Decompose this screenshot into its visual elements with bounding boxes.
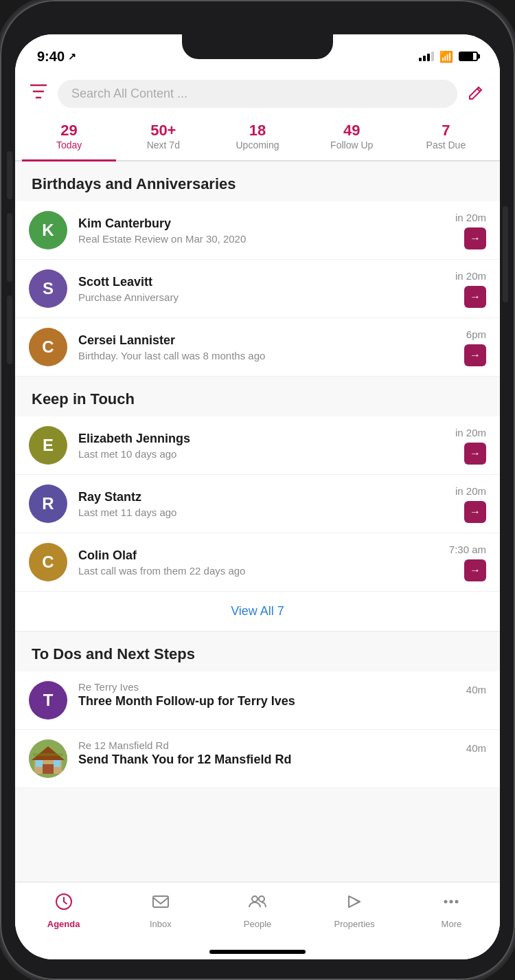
contact-info: Kim Canterbury Real Estate Review on Mar… — [78, 216, 444, 245]
contact-name: Cersei Lannister — [78, 333, 453, 348]
tab-inbox[interactable]: Inbox — [112, 889, 209, 932]
tab-upcoming-count: 18 — [213, 122, 301, 140]
view-all-link[interactable]: View All 7 — [15, 592, 500, 632]
contact-info: Ray Stantz Last met 11 days ago — [78, 490, 444, 518]
contact-name: Scott Leavitt — [78, 275, 444, 289]
tab-inbox-label: Inbox — [150, 919, 172, 929]
avatar: C — [29, 543, 67, 581]
avatar: K — [29, 211, 67, 249]
tab-today[interactable]: 29 Today — [22, 115, 116, 160]
contact-name: Colin Olaf — [78, 548, 438, 563]
time-display: 9:40 — [37, 49, 65, 65]
re-label: Re — [78, 739, 91, 751]
contact-info: Scott Leavitt Purchase Anniversary — [78, 275, 444, 303]
todo-title: Three Month Follow-up for Terry Ives — [78, 694, 455, 709]
tab-agenda[interactable]: Agenda — [15, 889, 112, 932]
list-item[interactable]: C Cersei Lannister Birthday. Your last c… — [15, 318, 500, 377]
avatar: T — [29, 681, 67, 720]
svg-rect-5 — [54, 760, 60, 767]
contact-meta: in 20m → — [455, 485, 486, 523]
arrow-button[interactable]: → — [464, 286, 486, 308]
svg-rect-8 — [153, 896, 168, 907]
avatar: S — [29, 269, 67, 308]
avatar: R — [29, 485, 67, 523]
status-icons: 📶 — [419, 50, 478, 63]
todo-title: Send Thank You for 12 Mansfield Rd — [78, 753, 455, 767]
tab-followup[interactable]: 49 Follow Up — [305, 115, 399, 160]
contact-sub: Real Estate Review on Mar 30, 2020 — [78, 233, 444, 245]
arrow-button[interactable]: → — [464, 344, 486, 366]
tab-pastdue-label: Past Due — [402, 140, 490, 151]
signal-icon — [419, 52, 434, 61]
contact-time: 7:30 am — [449, 544, 486, 555]
contact-info: Cersei Lannister Birthday. Your last cal… — [78, 333, 453, 361]
tab-pastdue-count: 7 — [402, 122, 490, 140]
filter-icon[interactable] — [29, 82, 48, 106]
tab-upcoming[interactable]: 18 Upcoming — [210, 115, 304, 160]
tab-next7d[interactable]: 50+ Next 7d — [116, 115, 210, 160]
search-input[interactable]: Search All Content ... — [58, 80, 457, 108]
svg-rect-3 — [43, 764, 54, 774]
contact-meta: in 20m → — [455, 212, 486, 249]
avatar: C — [29, 328, 67, 366]
todo-time: 40m — [466, 739, 486, 754]
tab-people[interactable]: People — [209, 889, 306, 932]
svg-point-11 — [444, 900, 448, 904]
contact-time: in 20m — [455, 270, 486, 282]
contact-name: Elizabeth Jennings — [78, 432, 444, 446]
svg-point-10 — [259, 896, 264, 902]
search-placeholder: Search All Content ... — [71, 87, 187, 101]
tab-agenda-label: Agenda — [47, 919, 80, 929]
todo-re: Re 12 Mansfield Rd — [78, 739, 455, 751]
contact-meta: 7:30 am → — [449, 544, 486, 581]
todo-info: Re Terry Ives Three Month Follow-up for … — [78, 681, 455, 709]
svg-point-9 — [252, 896, 258, 902]
battery-icon — [459, 52, 478, 61]
list-item[interactable]: K Kim Canterbury Real Estate Review on M… — [15, 201, 500, 260]
re-label: Re — [78, 681, 91, 693]
arrow-button[interactable]: → — [464, 501, 486, 523]
birthdays-section-header: Birthdays and Anniversaries — [15, 162, 500, 201]
avatar: E — [29, 426, 67, 465]
list-item[interactable]: T Re Terry Ives Three Month Follow-up fo… — [15, 671, 500, 730]
todo-time: 40m — [466, 681, 486, 695]
home-indicator — [209, 950, 306, 954]
tab-more[interactable]: More — [403, 889, 500, 932]
tab-more-label: More — [442, 919, 462, 929]
wifi-icon: 📶 — [439, 50, 453, 63]
tab-properties-label: Properties — [334, 919, 375, 929]
tab-next7d-count: 50+ — [119, 122, 207, 140]
tab-pastdue[interactable]: 7 Past Due — [399, 115, 493, 160]
contact-info: Colin Olaf Last call was from them 22 da… — [78, 548, 438, 577]
search-area: Search All Content ... — [15, 73, 500, 115]
svg-rect-6 — [33, 753, 63, 756]
list-item[interactable]: R Ray Stantz Last met 11 days ago in 20m… — [15, 475, 500, 533]
status-time: 9:40 ↗ — [37, 49, 76, 65]
list-item[interactable]: Re 12 Mansfield Rd Send Thank You for 12… — [15, 730, 500, 788]
tab-followup-count: 49 — [308, 122, 396, 140]
compose-icon[interactable] — [467, 82, 486, 106]
contact-sub: Last call was from them 22 days ago — [78, 565, 438, 577]
svg-point-12 — [450, 900, 453, 904]
arrow-button[interactable]: → — [464, 559, 486, 581]
tab-followup-label: Follow Up — [308, 140, 396, 151]
contact-time: 6pm — [466, 328, 486, 340]
svg-rect-4 — [36, 760, 43, 767]
list-item[interactable]: S Scott Leavitt Purchase Anniversary in … — [15, 260, 500, 318]
contact-time: in 20m — [455, 212, 486, 223]
contact-meta: 6pm → — [464, 328, 486, 366]
tab-upcoming-label: Upcoming — [213, 140, 301, 151]
arrow-button[interactable]: → — [464, 443, 486, 465]
properties-icon — [345, 892, 364, 916]
contact-meta: in 20m → — [455, 270, 486, 308]
todos-section-header: To Dos and Next Steps — [15, 632, 500, 671]
arrow-button[interactable]: → — [464, 227, 486, 249]
avatar — [29, 739, 67, 778]
tab-next7d-label: Next 7d — [119, 140, 207, 151]
contact-name: Kim Canterbury — [78, 216, 444, 231]
tab-today-label: Today — [25, 140, 113, 151]
list-item[interactable]: C Colin Olaf Last call was from them 22 … — [15, 533, 500, 592]
tab-properties[interactable]: Properties — [306, 889, 403, 932]
list-item[interactable]: E Elizabeth Jennings Last met 10 days ag… — [15, 416, 500, 475]
bottom-tab-bar: Agenda Inbox — [15, 882, 500, 946]
